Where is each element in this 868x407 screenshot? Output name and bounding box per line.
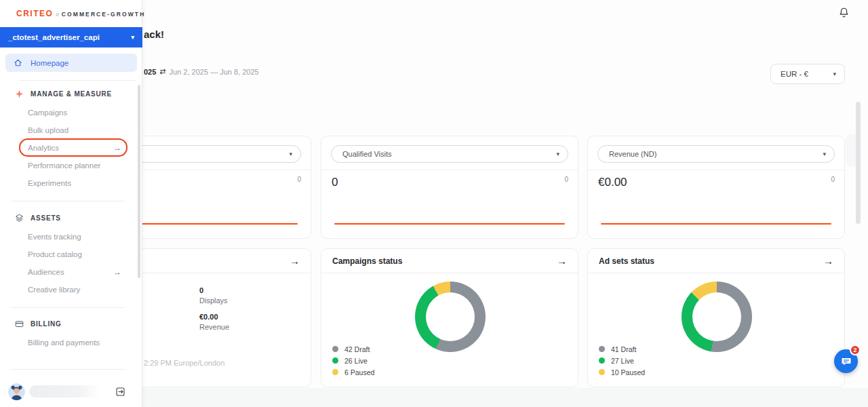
divider — [19, 80, 136, 81]
sidebar-item-bulk-upload[interactable]: Bulk upload — [28, 124, 130, 136]
summary-updated-time: 2:29 PM Europe/London — [144, 359, 224, 367]
summary-stat-value: 0 — [199, 286, 229, 294]
date-range-label: Jun 2, 2025 — Jun 8, 2025 — [170, 68, 259, 76]
sidebar: CRITEO // COMMERCE-GROWTH _ctotest_adver… — [0, 0, 142, 407]
arrow-right-icon: → — [113, 267, 121, 277]
legend-item: 10 Paused — [599, 366, 645, 378]
logo-separator: // — [56, 12, 58, 18]
metric-card-2: Revenue (ND) ▾ €0.00 0 — [587, 136, 845, 239]
status-donut-chart — [415, 282, 486, 352]
metric-trend-line — [601, 223, 831, 225]
sidebar-item-events-tracking[interactable]: Events tracking — [28, 231, 130, 243]
logo[interactable]: CRITEO // COMMERCE-GROWTH — [16, 9, 145, 18]
legend-dot — [332, 357, 338, 364]
summary-card-arrow-icon[interactable]: → — [290, 255, 300, 267]
advertiser-name: _ctotest_advertiser_capi — [8, 33, 100, 41]
status-card-title: Ad sets status — [599, 256, 654, 266]
page-title: ack! — [144, 28, 164, 40]
arrow-right-icon: → — [113, 143, 121, 153]
legend-item: 27 Live — [599, 355, 645, 366]
sidebar-item-creative-library[interactable]: Creative library — [28, 284, 130, 296]
chat-unread-badge: 2 — [850, 345, 861, 355]
metric-select-2[interactable]: Revenue (ND) ▾ — [597, 145, 835, 163]
sidebar-scrollbar[interactable] — [138, 85, 140, 278]
metric-select-1[interactable]: Qualified Visits ▾ — [331, 145, 568, 163]
legend-dot — [599, 369, 605, 375]
metric-axis-max: 0 — [831, 176, 835, 183]
chevron-down-icon: ▾ — [131, 34, 134, 41]
chevron-down-icon: ▾ — [556, 151, 559, 157]
sidebar-section-2: BILLING — [15, 318, 62, 329]
legend-dot — [599, 357, 605, 364]
status-legend: 41 Draft 27 Live 10 Paused — [599, 343, 645, 378]
legend-dot — [599, 346, 605, 352]
status-card-title: Campaigns status — [332, 256, 402, 266]
user-avatar[interactable] — [8, 383, 25, 400]
divider — [11, 307, 125, 308]
date-range-compare-fragment: 025 — [144, 68, 156, 76]
sidebar-item-experiments[interactable]: Experiments — [28, 177, 130, 189]
legend-item: 26 Live — [332, 355, 374, 366]
legend-dot — [332, 369, 338, 375]
sidebar-section-0: MANAGE & MEASURE — [15, 88, 112, 99]
sidebar-item-campaigns[interactable]: Campaigns — [28, 106, 130, 119]
sidebar-item-label: Homepage — [31, 59, 68, 67]
status-card-arrow-icon[interactable]: → — [557, 255, 567, 267]
chat-bubble-icon — [840, 355, 852, 368]
chevron-down-icon: ▾ — [833, 71, 836, 77]
divider — [11, 201, 125, 201]
card-icon — [15, 319, 24, 328]
sidebar-item-audiences[interactable]: Audiences→ — [28, 266, 130, 278]
date-range-picker[interactable]: 025 ⇄ Jun 2, 2025 — Jun 8, 2025 — [144, 67, 259, 76]
status-card-0: Campaigns status → 42 Draft 26 Live — [321, 248, 578, 387]
metric-axis-max: 0 — [297, 176, 301, 183]
logo-criteo: CRITEO — [16, 9, 53, 18]
summary-stats: 0 Displays€0.00 Revenue — [199, 286, 229, 339]
user-row — [8, 383, 134, 400]
chevron-down-icon: ▾ — [289, 151, 292, 157]
compare-arrows-icon: ⇄ — [159, 67, 165, 76]
legend-item: 6 Paused — [332, 366, 374, 378]
status-donut-chart — [682, 282, 752, 352]
currency-select[interactable]: EUR - € ▾ — [770, 64, 845, 84]
notifications-bell-icon[interactable] — [838, 7, 850, 18]
logout-icon[interactable] — [116, 387, 125, 396]
page-scrollbar[interactable] — [856, 102, 861, 224]
criteo-dashboard: ack! 025 ⇄ Jun 2, 2025 — Jun 8, 2025 EUR… — [0, 0, 868, 407]
legend-item: 42 Draft — [332, 343, 374, 355]
divider — [11, 369, 125, 370]
user-name-redacted — [29, 385, 100, 398]
currency-value: EUR - € — [781, 70, 808, 78]
metric-value: 0 — [332, 176, 338, 189]
legend-dot — [332, 346, 338, 352]
advertiser-selector[interactable]: _ctotest_advertiser_capi ▾ — [0, 27, 142, 47]
layers-icon — [15, 214, 24, 222]
status-card-1: Ad sets status → 41 Draft 27 Live — [587, 248, 845, 387]
legend-item: 41 Draft — [599, 343, 645, 355]
pulse-icon — [15, 90, 24, 98]
chevron-down-icon: ▾ — [823, 151, 826, 157]
sidebar-item-billing-and-payments[interactable]: Billing and payments — [28, 336, 130, 349]
sidebar-item-performance-planner[interactable]: Performance planner — [28, 159, 130, 172]
metric-value: €0.00 — [598, 176, 627, 189]
status-card-arrow-icon[interactable]: → — [823, 255, 833, 267]
metric-trend-line — [334, 223, 565, 225]
sidebar-section-1: ASSETS — [15, 212, 61, 223]
summary-stat-value: €0.00 — [199, 313, 229, 321]
sidebar-item-product-catalog[interactable]: Product catalog — [28, 248, 130, 260]
sidebar-item-analytics[interactable]: Analytics→ — [28, 142, 130, 154]
metric-axis-max: 0 — [564, 176, 568, 183]
logo-commerce-growth: COMMERCE-GROWTH — [62, 11, 146, 18]
metric-card-1: Qualified Visits ▾ 0 0 — [321, 136, 578, 239]
summary-stat-label: Displays — [199, 296, 229, 305]
status-legend: 42 Draft 26 Live 6 Paused — [332, 343, 374, 378]
summary-stat-label: Revenue — [199, 323, 229, 331]
home-icon — [14, 58, 22, 67]
sidebar-item-homepage[interactable]: Homepage — [5, 54, 137, 72]
